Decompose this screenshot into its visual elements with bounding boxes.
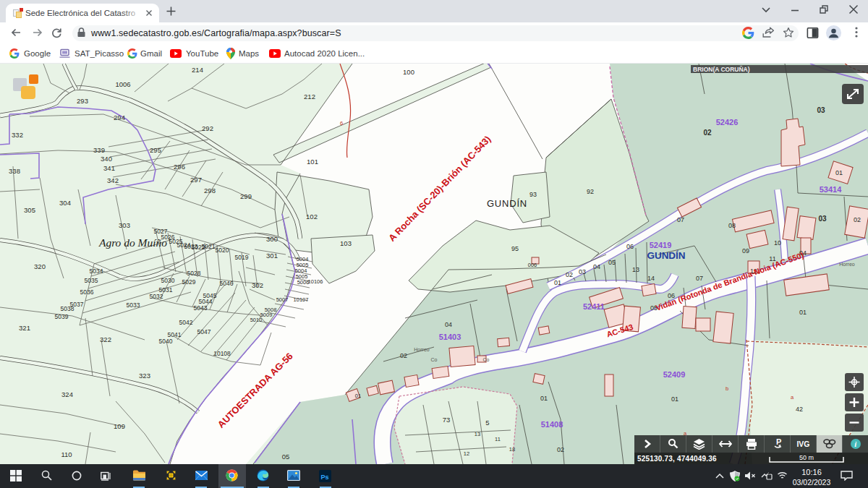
svg-text:02: 02	[703, 129, 712, 137]
svg-text:292: 292	[202, 124, 213, 132]
svg-text:342: 342	[107, 176, 119, 184]
svg-text:6: 6	[340, 120, 343, 127]
svg-text:02: 02	[854, 216, 861, 223]
svg-text:01: 01	[835, 169, 843, 176]
svg-text:05: 05	[282, 453, 290, 461]
svg-text:320: 320	[34, 262, 46, 270]
svg-text:5028: 5028	[187, 270, 201, 277]
svg-text:Horreo: Horreo	[839, 262, 855, 267]
svg-text:297: 297	[190, 176, 202, 184]
svg-text:321: 321	[19, 324, 30, 332]
svg-text:100: 100	[403, 68, 414, 76]
svg-text:Ps: Ps	[321, 474, 329, 481]
svg-text:05: 05	[608, 259, 616, 266]
svg-text:08: 08	[728, 222, 736, 229]
svg-text:102: 102	[306, 213, 318, 221]
svg-text:103: 103	[340, 239, 352, 247]
svg-text:03: 03	[818, 215, 827, 223]
svg-text:5043: 5043	[194, 304, 208, 312]
svg-text:GUNDÍN: GUNDÍN	[647, 250, 685, 261]
svg-text:14: 14	[647, 275, 655, 282]
svg-text:Agro do Muíño: Agro do Muíño	[98, 236, 167, 249]
svg-text:300: 300	[266, 235, 278, 243]
svg-text:Horreo: Horreo	[414, 347, 430, 352]
svg-text:07: 07	[677, 216, 684, 223]
svg-text:302: 302	[252, 281, 263, 289]
svg-text:295: 295	[150, 146, 161, 154]
svg-text:5038: 5038	[61, 305, 75, 312]
svg-text:5020: 5020	[216, 247, 229, 254]
svg-text:332: 332	[12, 131, 23, 139]
svg-text:92: 92	[587, 188, 594, 195]
svg-text:1006: 1006	[115, 80, 130, 88]
svg-text:303: 303	[119, 221, 130, 229]
svg-text:Co: Co	[431, 357, 438, 362]
svg-text:09: 09	[742, 247, 749, 254]
svg-text:93: 93	[529, 191, 537, 198]
svg-text:01: 01	[355, 393, 361, 399]
svg-text:10106: 10106	[308, 278, 323, 285]
svg-text:42: 42	[796, 406, 803, 413]
svg-text:322: 322	[100, 335, 111, 343]
svg-text:5030: 5030	[161, 277, 175, 284]
svg-text:5010: 5010	[250, 317, 263, 323]
svg-text:5019: 5019	[235, 254, 249, 261]
svg-text:01: 01	[799, 309, 807, 316]
svg-text:13: 13	[632, 266, 639, 273]
svg-text:18: 18	[509, 446, 515, 453]
svg-text:b: b	[726, 385, 728, 392]
svg-text:304: 304	[59, 199, 71, 207]
svg-text:323: 323	[139, 372, 150, 380]
svg-text:51403: 51403	[439, 333, 461, 341]
svg-text:5036: 5036	[80, 288, 94, 296]
svg-text:01: 01	[540, 395, 548, 402]
svg-text:5034: 5034	[90, 267, 103, 275]
svg-text:341: 341	[103, 164, 115, 172]
svg-text:13: 13	[475, 431, 480, 437]
svg-text:53414: 53414	[820, 185, 842, 194]
svg-text:340: 340	[101, 155, 112, 163]
svg-text:214: 214	[192, 66, 203, 74]
svg-text:02: 02	[400, 352, 407, 359]
svg-text:52411: 52411	[583, 302, 605, 311]
svg-text:338: 338	[9, 167, 20, 175]
svg-text:5029: 5029	[182, 278, 196, 286]
svg-text:03: 03	[817, 106, 825, 114]
svg-text:296: 296	[174, 163, 185, 171]
svg-text:299: 299	[240, 192, 252, 200]
svg-text:P: P	[776, 438, 781, 446]
svg-text:305: 305	[24, 206, 35, 214]
svg-text:Co: Co	[483, 357, 490, 362]
svg-text:52419: 52419	[650, 241, 672, 249]
svg-text:02: 02	[557, 446, 564, 453]
svg-text:324: 324	[61, 390, 73, 398]
svg-text:298: 298	[204, 187, 216, 194]
svg-text:301: 301	[266, 252, 278, 260]
svg-text:110: 110	[61, 450, 72, 458]
svg-text:5033: 5033	[127, 301, 140, 309]
svg-text:03: 03	[579, 268, 586, 275]
svg-text:95: 95	[511, 245, 519, 252]
svg-text:06: 06	[626, 243, 634, 250]
svg-text:10107: 10107	[294, 296, 309, 303]
svg-text:5040: 5040	[159, 338, 173, 345]
svg-text:04: 04	[445, 321, 452, 328]
svg-text:294: 294	[114, 114, 125, 121]
svg-text:5047: 5047	[197, 328, 211, 335]
svg-text:01: 01	[554, 279, 561, 286]
svg-text:101: 101	[307, 158, 318, 166]
svg-text:5021: 5021	[202, 243, 216, 250]
svg-text:11: 11	[495, 436, 501, 442]
svg-text:52426: 52426	[716, 118, 739, 127]
svg-text:5: 5	[485, 419, 489, 427]
svg-text:5042: 5042	[179, 319, 193, 326]
svg-text:5035: 5035	[85, 277, 98, 284]
svg-text:02: 02	[566, 271, 573, 278]
svg-text:293: 293	[77, 97, 88, 105]
svg-text:006: 006	[528, 262, 537, 268]
svg-text:BRION(A CORUÑA): BRION(A CORUÑA)	[693, 66, 750, 73]
svg-text:10: 10	[774, 239, 781, 247]
svg-text:212: 212	[304, 93, 315, 100]
svg-text:5039: 5039	[55, 313, 69, 320]
svg-text:109: 109	[114, 422, 125, 430]
